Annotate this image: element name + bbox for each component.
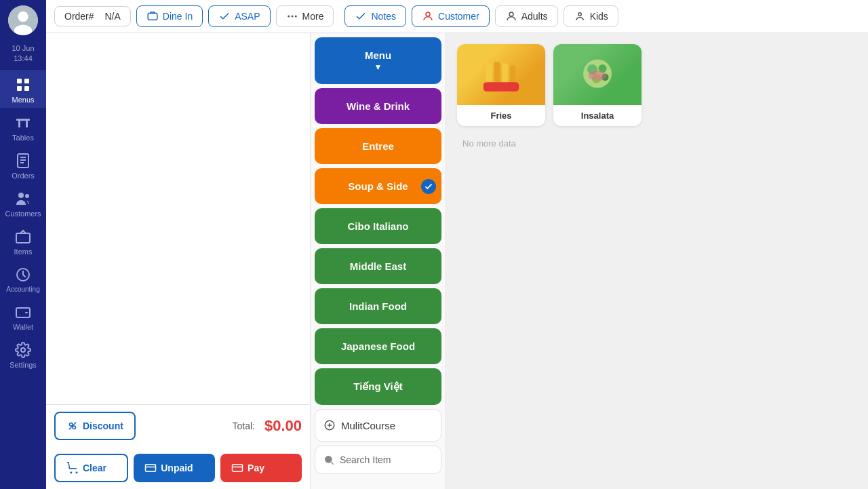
sidebar-label-accounting: Accounting (6, 286, 39, 293)
svg-point-27 (70, 423, 73, 427)
menu-category-mulit-course[interactable]: MulitCourse (315, 409, 441, 442)
svg-rect-32 (146, 465, 156, 472)
avatar (8, 5, 38, 35)
sidebar: 10 Jun 13:44 Menus Tables Orders Custome… (0, 0, 46, 489)
menu-category-indian-food[interactable]: Indian Food (315, 288, 441, 324)
order-empty-area (46, 33, 310, 404)
menu-category-cibo-italiano[interactable]: Cibo Italiano (315, 208, 441, 244)
svg-rect-9 (26, 121, 28, 128)
sidebar-item-accounting[interactable]: Accounting (0, 260, 46, 297)
total-amount: $0.00 (264, 417, 302, 435)
adults-btn[interactable]: Adults (495, 5, 558, 27)
soup-side-check (421, 179, 436, 194)
menu-category-entree[interactable]: Entree (315, 128, 441, 164)
svg-point-39 (326, 456, 332, 463)
sidebar-item-menus[interactable]: Menus (0, 70, 46, 108)
fries-label: Fries (457, 105, 545, 126)
kids-btn[interactable]: Kids (564, 5, 618, 27)
dine-in-btn[interactable]: Dine In (136, 5, 203, 27)
insalata-label: Insalata (553, 105, 642, 126)
topbar: Order# N/A Dine In ASAP More Notes Custo… (46, 0, 868, 33)
svg-point-23 (294, 16, 296, 18)
svg-point-19 (21, 348, 25, 352)
svg-rect-8 (18, 121, 20, 128)
svg-point-25 (509, 12, 513, 16)
no-more-data-text: No more data (457, 128, 516, 149)
menu-category-soup-side[interactable]: Soup & Side (315, 168, 441, 204)
svg-rect-16 (16, 233, 30, 243)
more-btn[interactable]: More (276, 5, 334, 27)
total-label: Total: (232, 420, 254, 431)
sidebar-item-items[interactable]: Items (0, 222, 46, 260)
svg-point-15 (25, 194, 29, 198)
menu-category-japanese-food[interactable]: Japanese Food (315, 328, 441, 364)
search-item-label: Search Item (340, 454, 391, 465)
svg-point-1 (18, 12, 28, 22)
svg-rect-7 (16, 119, 30, 121)
pay-button[interactable]: Pay (220, 454, 302, 482)
svg-rect-20 (148, 14, 157, 20)
sidebar-label-wallet: Wallet (13, 323, 33, 331)
clear-button[interactable]: Clear (54, 454, 128, 482)
bottom-pay-row: Clear Unpaid Pay (46, 447, 310, 489)
food-card-fries[interactable]: Fries (457, 44, 545, 126)
svg-rect-5 (17, 86, 22, 91)
food-card-insalata[interactable]: Insalata (553, 44, 642, 126)
middle-panel: Discount Total: $0.00 Clear Unpaid Pay (46, 33, 868, 489)
no-more-data-area: No more data (457, 134, 857, 149)
main-content: Order# N/A Dine In ASAP More Notes Custo… (46, 0, 868, 489)
svg-point-14 (18, 193, 24, 198)
svg-point-21 (288, 16, 290, 18)
sidebar-item-orders[interactable]: Orders (0, 146, 46, 184)
sidebar-label-menus: Menus (12, 96, 34, 104)
svg-point-26 (578, 13, 581, 16)
svg-rect-45 (484, 82, 519, 92)
sidebar-item-customers[interactable]: Customers (0, 184, 46, 222)
sidebar-label-settings: Settings (9, 361, 37, 369)
unpaid-button[interactable]: Unpaid (134, 454, 215, 482)
svg-point-31 (76, 472, 77, 473)
insalata-image (553, 44, 642, 105)
notes-btn[interactable]: Notes (344, 5, 406, 27)
menu-category-menu[interactable]: Menu ▼ (315, 37, 441, 84)
discount-button[interactable]: Discount (54, 412, 136, 440)
order-list-panel: Discount Total: $0.00 Clear Unpaid Pay (46, 33, 311, 489)
sidebar-item-tables[interactable]: Tables (0, 108, 46, 146)
menu-category-middle-east[interactable]: Middle East (315, 248, 441, 284)
sidebar-item-wallet[interactable]: Wallet (0, 297, 46, 335)
order-number: Order# N/A (54, 6, 131, 26)
svg-line-40 (331, 462, 334, 465)
menu-panel: Menu ▼ Wine & Drink Entree Soup & Side C… (311, 33, 446, 489)
sidebar-datetime: 10 Jun 13:44 (12, 43, 34, 64)
sidebar-label-customers: Customers (5, 210, 41, 218)
fries-image (457, 44, 545, 105)
sidebar-item-settings[interactable]: Settings (0, 335, 46, 373)
svg-point-51 (589, 71, 607, 81)
svg-point-22 (291, 16, 293, 18)
svg-point-28 (73, 426, 76, 429)
menu-category-tieng-viet[interactable]: Tiếng Việt (315, 368, 441, 405)
svg-rect-34 (233, 465, 243, 472)
asap-btn[interactable]: ASAP (208, 5, 270, 27)
menu-category-wine-drink[interactable]: Wine & Drink (315, 88, 441, 124)
svg-point-24 (426, 12, 430, 16)
svg-point-30 (71, 472, 72, 473)
food-grid: Fries Insalata (446, 33, 868, 489)
sidebar-label-items: Items (14, 248, 33, 256)
food-panel: Fries Insalata (446, 33, 868, 489)
customer-btn[interactable]: Customer (412, 5, 490, 27)
sidebar-label-tables: Tables (12, 134, 34, 142)
svg-rect-4 (24, 79, 29, 83)
bottom-actions: Discount Total: $0.00 (46, 404, 310, 447)
sidebar-label-orders: Orders (12, 172, 35, 180)
svg-rect-6 (24, 86, 29, 91)
search-item[interactable]: Search Item (315, 446, 441, 474)
svg-rect-3 (17, 79, 22, 83)
